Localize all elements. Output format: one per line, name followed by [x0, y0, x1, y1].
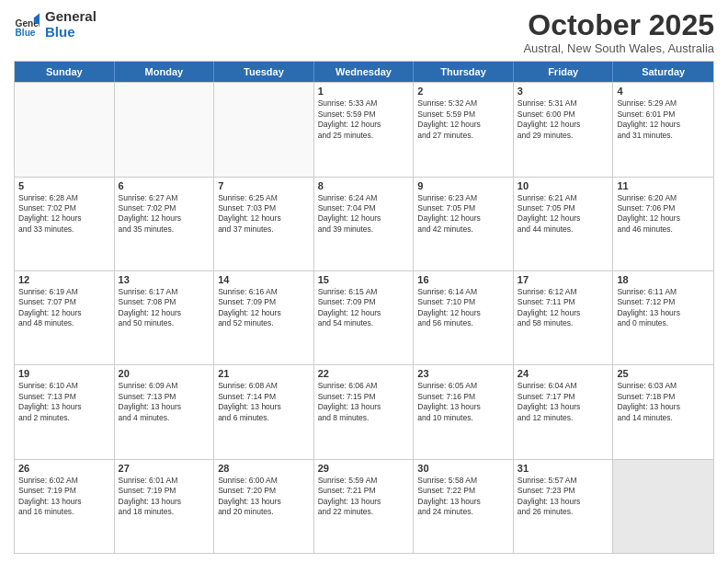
day-number: 12 — [18, 274, 110, 285]
calendar-cell-1-5: 2Sunrise: 5:32 AMSunset: 5:59 PMDaylight… — [414, 83, 514, 176]
calendar-cell-3-2: 13Sunrise: 6:17 AMSunset: 7:08 PMDayligh… — [115, 271, 215, 364]
cell-info: Sunrise: 6:02 AMSunset: 7:19 PMDaylight:… — [18, 476, 110, 518]
day-number: 11 — [617, 180, 710, 191]
calendar-cell-2-6: 10Sunrise: 6:21 AMSunset: 7:05 PMDayligh… — [514, 178, 614, 270]
day-number: 9 — [417, 180, 509, 191]
day-number: 6 — [119, 180, 210, 191]
cell-info: Sunrise: 6:06 AMSunset: 7:15 PMDaylight:… — [318, 381, 410, 423]
day-number: 19 — [18, 368, 110, 379]
day-number: 30 — [417, 463, 509, 474]
cell-info: Sunrise: 6:05 AMSunset: 7:16 PMDaylight:… — [417, 381, 509, 423]
calendar-cell-3-5: 16Sunrise: 6:14 AMSunset: 7:10 PMDayligh… — [414, 271, 514, 364]
day-number: 14 — [218, 274, 310, 285]
day-number: 22 — [318, 368, 410, 379]
cell-info: Sunrise: 6:15 AMSunset: 7:09 PMDaylight:… — [318, 287, 410, 329]
cell-info: Sunrise: 6:23 AMSunset: 7:05 PMDaylight:… — [417, 193, 509, 236]
location-subtitle: Austral, New South Wales, Australia — [523, 41, 714, 55]
calendar-row-1: 1Sunrise: 5:33 AMSunset: 5:59 PMDaylight… — [15, 82, 713, 176]
cell-info: Sunrise: 5:32 AMSunset: 5:59 PMDaylight:… — [417, 98, 509, 141]
day-header-wednesday: Wednesday — [314, 62, 415, 82]
header: General Blue General Blue October 2025 A… — [14, 9, 714, 55]
calendar-cell-4-5: 23Sunrise: 6:05 AMSunset: 7:16 PMDayligh… — [414, 365, 514, 458]
calendar-body: 1Sunrise: 5:33 AMSunset: 5:59 PMDaylight… — [15, 82, 713, 553]
calendar-row-3: 12Sunrise: 6:19 AMSunset: 7:07 PMDayligh… — [15, 270, 713, 364]
day-number: 20 — [119, 368, 210, 379]
calendar-cell-2-1: 5Sunrise: 6:28 AMSunset: 7:02 PMDaylight… — [15, 178, 115, 270]
cell-info: Sunrise: 6:03 AMSunset: 7:18 PMDaylight:… — [617, 381, 710, 423]
cell-info: Sunrise: 5:58 AMSunset: 7:22 PMDaylight:… — [417, 476, 509, 518]
page: General Blue General Blue October 2025 A… — [0, 0, 728, 563]
cell-info: Sunrise: 6:17 AMSunset: 7:08 PMDaylight:… — [119, 287, 210, 329]
cell-info: Sunrise: 6:14 AMSunset: 7:10 PMDaylight:… — [417, 287, 509, 329]
calendar-row-2: 5Sunrise: 6:28 AMSunset: 7:02 PMDaylight… — [15, 177, 713, 270]
day-number: 18 — [617, 274, 710, 285]
day-number: 15 — [318, 274, 410, 285]
cell-info: Sunrise: 6:20 AMSunset: 7:06 PMDaylight:… — [617, 193, 710, 236]
calendar-cell-3-4: 15Sunrise: 6:15 AMSunset: 7:09 PMDayligh… — [314, 271, 415, 364]
cell-info: Sunrise: 5:31 AMSunset: 6:00 PMDaylight:… — [518, 98, 609, 141]
logo-blue: Blue — [45, 25, 97, 40]
calendar-cell-2-5: 9Sunrise: 6:23 AMSunset: 7:05 PMDaylight… — [414, 178, 514, 270]
calendar-cell-1-1 — [15, 83, 115, 176]
cell-info: Sunrise: 5:33 AMSunset: 5:59 PMDaylight:… — [318, 98, 410, 141]
day-number: 1 — [318, 86, 410, 97]
calendar-cell-5-2: 27Sunrise: 6:01 AMSunset: 7:19 PMDayligh… — [115, 460, 215, 553]
day-number: 8 — [318, 180, 410, 191]
calendar-row-4: 19Sunrise: 6:10 AMSunset: 7:13 PMDayligh… — [15, 364, 713, 458]
calendar-cell-2-3: 7Sunrise: 6:25 AMSunset: 7:03 PMDaylight… — [214, 178, 314, 270]
cell-info: Sunrise: 6:00 AMSunset: 7:20 PMDaylight:… — [218, 476, 310, 518]
day-number: 26 — [18, 463, 110, 474]
logo-icon: General Blue — [14, 12, 40, 38]
calendar-cell-5-6: 31Sunrise: 5:57 AMSunset: 7:23 PMDayligh… — [514, 460, 614, 553]
cell-info: Sunrise: 6:16 AMSunset: 7:09 PMDaylight:… — [218, 287, 310, 329]
day-number: 27 — [119, 463, 210, 474]
calendar-cell-4-4: 22Sunrise: 6:06 AMSunset: 7:15 PMDayligh… — [314, 365, 415, 458]
calendar-cell-4-1: 19Sunrise: 6:10 AMSunset: 7:13 PMDayligh… — [15, 365, 115, 458]
month-title: October 2025 — [523, 9, 714, 41]
calendar-cell-4-6: 24Sunrise: 6:04 AMSunset: 7:17 PMDayligh… — [514, 365, 614, 458]
cell-info: Sunrise: 6:01 AMSunset: 7:19 PMDaylight:… — [119, 476, 210, 518]
day-number: 29 — [318, 463, 410, 474]
logo-general: General — [45, 9, 97, 25]
calendar-cell-1-7: 4Sunrise: 5:29 AMSunset: 6:01 PMDaylight… — [613, 83, 713, 176]
calendar-cell-3-7: 18Sunrise: 6:11 AMSunset: 7:12 PMDayligh… — [613, 271, 713, 364]
cell-info: Sunrise: 6:21 AMSunset: 7:05 PMDaylight:… — [518, 193, 609, 236]
logo: General Blue General Blue — [14, 9, 97, 40]
title-block: October 2025 Austral, New South Wales, A… — [523, 9, 714, 55]
day-number: 31 — [518, 463, 609, 474]
day-header-tuesday: Tuesday — [214, 62, 314, 82]
day-number: 21 — [218, 368, 310, 379]
calendar-cell-3-6: 17Sunrise: 6:12 AMSunset: 7:11 PMDayligh… — [514, 271, 614, 364]
day-number: 5 — [18, 180, 110, 191]
cell-info: Sunrise: 5:59 AMSunset: 7:21 PMDaylight:… — [318, 476, 410, 518]
day-number: 28 — [218, 463, 310, 474]
svg-text:Blue: Blue — [16, 27, 36, 37]
day-number: 25 — [617, 368, 710, 379]
cell-info: Sunrise: 5:57 AMSunset: 7:23 PMDaylight:… — [518, 476, 609, 518]
cell-info: Sunrise: 6:08 AMSunset: 7:14 PMDaylight:… — [218, 381, 310, 423]
cell-info: Sunrise: 6:04 AMSunset: 7:17 PMDaylight:… — [518, 381, 609, 423]
day-header-saturday: Saturday — [613, 62, 713, 82]
calendar-cell-3-3: 14Sunrise: 6:16 AMSunset: 7:09 PMDayligh… — [214, 271, 314, 364]
calendar-row-5: 26Sunrise: 6:02 AMSunset: 7:19 PMDayligh… — [15, 459, 713, 553]
day-number: 16 — [417, 274, 509, 285]
day-number: 3 — [518, 86, 609, 97]
calendar-cell-5-7 — [613, 460, 713, 553]
day-number: 17 — [518, 274, 609, 285]
day-number: 10 — [518, 180, 609, 191]
calendar-cell-5-1: 26Sunrise: 6:02 AMSunset: 7:19 PMDayligh… — [15, 460, 115, 553]
calendar-cell-1-2 — [115, 83, 215, 176]
calendar-cell-1-6: 3Sunrise: 5:31 AMSunset: 6:00 PMDaylight… — [514, 83, 614, 176]
calendar-cell-4-7: 25Sunrise: 6:03 AMSunset: 7:18 PMDayligh… — [613, 365, 713, 458]
day-header-monday: Monday — [115, 62, 215, 82]
cell-info: Sunrise: 6:10 AMSunset: 7:13 PMDaylight:… — [18, 381, 110, 423]
calendar-cell-1-3 — [214, 83, 314, 176]
calendar: SundayMondayTuesdayWednesdayThursdayFrid… — [14, 61, 714, 554]
day-number: 13 — [119, 274, 210, 285]
calendar-cell-5-5: 30Sunrise: 5:58 AMSunset: 7:22 PMDayligh… — [414, 460, 514, 553]
day-number: 4 — [617, 86, 710, 97]
cell-info: Sunrise: 6:11 AMSunset: 7:12 PMDaylight:… — [617, 287, 710, 329]
calendar-cell-1-4: 1Sunrise: 5:33 AMSunset: 5:59 PMDaylight… — [314, 83, 415, 176]
calendar-header: SundayMondayTuesdayWednesdayThursdayFrid… — [15, 62, 713, 82]
cell-info: Sunrise: 6:27 AMSunset: 7:02 PMDaylight:… — [119, 193, 210, 236]
